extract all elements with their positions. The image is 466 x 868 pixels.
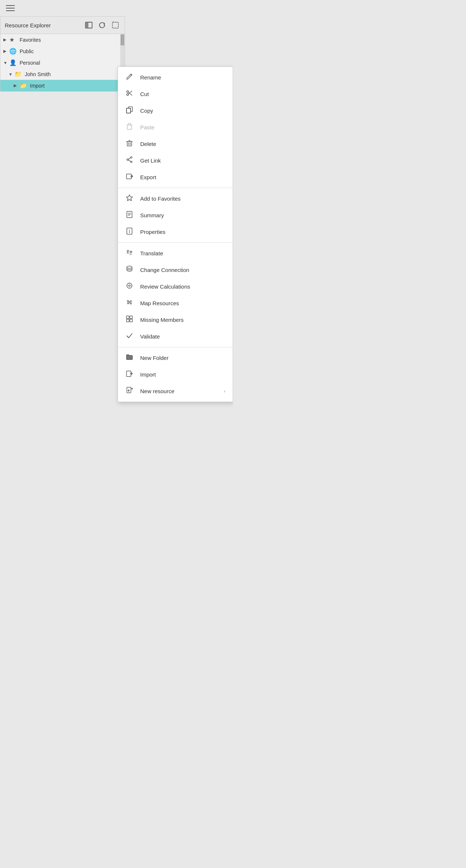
tree-item-import[interactable]: ▶ 📁 Import [0, 80, 125, 91]
expand-icon[interactable] [111, 20, 120, 30]
check-icon [125, 332, 134, 341]
menu-item-summary[interactable]: Summary [118, 207, 233, 224]
tree-label-import: Import [30, 83, 45, 89]
resource-explorer: Resource Explorer [0, 16, 125, 92]
tree-arrow-johnsmith: ▼ [9, 72, 14, 76]
refresh-icon[interactable] [97, 20, 107, 30]
calculations-icon [125, 282, 134, 291]
tree-label-favorites: Favorites [20, 37, 41, 43]
svg-point-36 [127, 266, 132, 268]
menu-label-export: Export [140, 174, 225, 180]
menu-label-properties: Properties [140, 229, 225, 235]
menu-item-reviewcalculations[interactable]: Review Calculations [118, 278, 233, 295]
explorer-scroll: ▶ ★ Favorites ▶ 🌐 Public ▼ 👤 Personal ▼ … [0, 34, 125, 91]
svg-rect-12 [127, 142, 132, 146]
menu-item-delete[interactable]: Delete [118, 136, 233, 152]
tree-arrow-personal: ▼ [3, 61, 9, 65]
menu-item-mapresources[interactable]: Map Resources [118, 295, 233, 312]
menu-item-paste: Paste [118, 119, 233, 136]
pencil-icon [125, 73, 134, 82]
menu-section-organize: Add to Favorites Summary [118, 188, 233, 243]
menu-label-newfolder: New Folder [140, 355, 225, 361]
menu-item-validate[interactable]: Validate [118, 328, 233, 345]
menu-item-import[interactable]: Import [118, 366, 233, 383]
folder-icon-import: 📁 [20, 82, 28, 89]
tree-item-public[interactable]: ▶ 🌐 Public [0, 45, 125, 57]
menu-label-getlink: Get Link [140, 157, 225, 164]
tree-arrow-public: ▶ [3, 49, 9, 54]
menu-item-properties[interactable]: Properties [118, 224, 233, 240]
explorer-title: Resource Explorer [5, 22, 51, 28]
menu-item-getlink[interactable]: Get Link [118, 152, 233, 169]
menu-section-advanced: A 文 Translate Change Connection [118, 243, 233, 347]
menu-item-missingmembers[interactable]: Missing Members [118, 312, 233, 328]
menu-section-clipboard: Rename Cut Copy [118, 67, 233, 188]
menu-label-missingmembers: Missing Members [140, 317, 225, 323]
menu-label-reviewcalculations: Review Calculations [140, 283, 225, 290]
scissors-icon [125, 89, 134, 99]
new-doc-icon [125, 387, 134, 396]
submenu-arrow-newresource: › [224, 388, 225, 394]
import-icon [125, 370, 134, 379]
menu-label-paste: Paste [140, 124, 225, 130]
tree-arrow-favorites: ▶ [3, 37, 9, 42]
menu-item-newfolder[interactable]: New Folder [118, 350, 233, 366]
translate-icon: A 文 [125, 249, 134, 258]
svg-rect-50 [126, 319, 129, 322]
menu-label-copy: Copy [140, 108, 225, 114]
explorer-header: Resource Explorer [0, 17, 125, 34]
document-icon [125, 211, 134, 220]
tree-label-personal: Personal [20, 60, 40, 66]
scrollbar-thumb[interactable] [121, 34, 124, 45]
explorer-tree: ▶ ★ Favorites ▶ 🌐 Public ▼ 👤 Personal ▼ … [0, 34, 125, 91]
menu-label-import: Import [140, 371, 225, 378]
menu-item-cut[interactable]: Cut [118, 86, 233, 102]
menu-item-changeconnection[interactable]: Change Connection [118, 262, 233, 278]
menu-label-mapresources: Map Resources [140, 300, 225, 306]
svg-line-21 [128, 160, 131, 161]
menu-label-rename: Rename [140, 74, 225, 81]
tree-item-johnsmith[interactable]: ▼ 📁 John Smith [0, 68, 125, 80]
folder-icon-johnsmith: 📁 [14, 71, 23, 78]
context-menu: Rename Cut Copy [118, 67, 233, 402]
paste-icon [125, 123, 134, 132]
menu-item-translate[interactable]: A 文 Translate [118, 245, 233, 262]
menu-label-summary: Summary [140, 212, 225, 218]
database-icon [125, 265, 134, 275]
menu-section-create: New Folder Import [118, 347, 233, 402]
menu-item-newresource[interactable]: New resource › [118, 383, 233, 399]
svg-rect-1 [85, 22, 88, 28]
svg-line-20 [128, 158, 131, 159]
tree-arrow-import: ▶ [14, 83, 19, 88]
menu-label-addtofavorites: Add to Favorites [140, 195, 225, 202]
svg-rect-49 [130, 316, 132, 319]
panel-icon[interactable] [84, 20, 94, 30]
folder-new-icon [125, 353, 134, 362]
menu-label-cut: Cut [140, 91, 225, 97]
menu-item-addtofavorites[interactable]: Add to Favorites [118, 190, 233, 207]
app-header [0, 0, 233, 16]
copy-icon [125, 106, 134, 115]
tree-item-favorites[interactable]: ▶ ★ Favorites [0, 34, 125, 45]
star-outline-icon [125, 194, 134, 203]
menu-label-delete: Delete [140, 141, 225, 147]
menu-label-validate: Validate [140, 333, 225, 340]
svg-marker-24 [126, 195, 133, 201]
svg-point-30 [129, 230, 130, 231]
menu-item-export[interactable]: Export [118, 169, 233, 185]
explorer-icons [84, 20, 120, 30]
menu-item-rename[interactable]: Rename [118, 69, 233, 86]
svg-point-37 [127, 283, 132, 288]
svg-rect-11 [128, 123, 131, 125]
share-icon [125, 156, 134, 165]
map-icon [125, 299, 134, 308]
svg-point-45 [131, 301, 132, 302]
export-icon [125, 173, 134, 182]
svg-rect-8 [126, 108, 131, 113]
menu-icon[interactable] [6, 5, 15, 11]
menu-label-newresource: New resource [140, 388, 217, 394]
menu-item-copy[interactable]: Copy [118, 102, 233, 119]
tree-item-personal[interactable]: ▼ 👤 Personal [0, 57, 125, 68]
svg-rect-48 [126, 316, 129, 319]
svg-point-46 [128, 303, 129, 304]
